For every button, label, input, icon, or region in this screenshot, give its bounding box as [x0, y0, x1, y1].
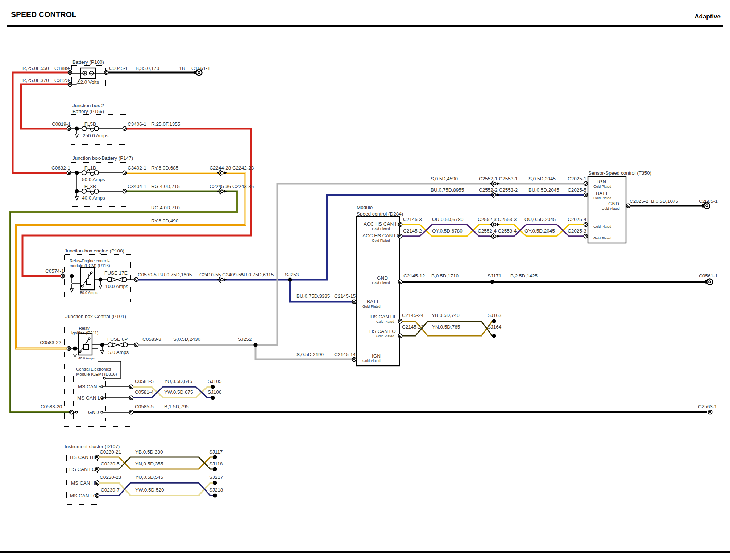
ground-arrow-icon — [101, 346, 104, 354]
splice-label: SJ106 — [208, 389, 221, 395]
connector-c0230-21-icon — [95, 455, 99, 459]
pin-note: Gold Plated — [376, 334, 394, 338]
pin-label: MS CAN HI — [71, 480, 96, 486]
battery-volts-label: 12.0 Volts — [78, 79, 99, 85]
component-title: Central Electronics — [76, 367, 111, 371]
component-p101: Junction box-Central (P101) Relay- Ignit… — [40, 314, 258, 427]
inline-connector-c2245-c2243-icon — [217, 189, 227, 194]
connector-label: C0561-1 — [699, 273, 718, 279]
pin-label: IGN — [372, 353, 381, 359]
page-variant: Adaptive — [694, 13, 721, 20]
connector-c0574-1-icon — [61, 274, 65, 278]
splice-label: SJ218 — [209, 487, 223, 493]
wire-label: R,25.0F,1355 — [151, 121, 180, 127]
splice-label: SJ117 — [209, 449, 223, 455]
connector-c0570-5-icon — [134, 278, 138, 282]
wire-label: B,0.5D,1075 — [651, 198, 678, 204]
connector-label: C0230-23 — [100, 475, 121, 480]
wire-label: OU,0.5D,6780 — [432, 217, 463, 222]
splice-sj118 — [213, 467, 217, 471]
wire-ry-feed-core — [16, 173, 245, 348]
pin-label: ACC HS CAN LO — [362, 233, 401, 238]
connector-label: C1889-1 — [54, 66, 73, 71]
connector-c0583-20-icon — [70, 410, 74, 414]
connector-c0819-1-icon — [67, 127, 71, 131]
inline-connector-c2552-2-icon — [490, 192, 500, 198]
splice-label: SJ252 — [238, 337, 252, 342]
connector-label: C2605-1 — [699, 198, 718, 204]
component-title: Module- — [357, 205, 374, 210]
wire-label: BU,0.75D,8955 — [431, 187, 464, 193]
component-title: Junction box-Central (P101) — [65, 314, 126, 319]
connector-c0585-5-icon — [129, 410, 133, 414]
pin-note: Gold Plated — [362, 359, 381, 363]
wire-label: R,25.0F,370 — [22, 78, 49, 83]
pin-note: Gold Plated — [593, 225, 611, 229]
connector-label: C2245-36 C2243-36 — [210, 184, 254, 189]
component-title: Module (CEM) (D316) — [76, 372, 117, 376]
junction-dot — [70, 274, 74, 278]
connector-c0045-1-icon — [104, 71, 108, 75]
wire-tag: 1B — [179, 66, 185, 71]
wire-label: B,2.5D,1425 — [510, 273, 538, 279]
pin-label: MS CAN LO — [70, 493, 97, 498]
wire-label: RG,4.0D,710 — [151, 205, 180, 210]
wire-label: R,25.0F,550 — [22, 66, 49, 71]
connector-c3123-1-icon — [68, 83, 72, 87]
battery-minus-icon — [90, 71, 94, 75]
wire-ry-feed — [16, 173, 245, 348]
wire-label: BU,0.75D,3385 — [296, 293, 330, 299]
wire-red-c3406-to-c0574 — [22, 129, 251, 276]
splice-sj117 — [213, 455, 217, 459]
splice-sj163 — [492, 319, 496, 323]
splice-sj164 — [492, 334, 496, 338]
wire-label: OY,0.5D,6780 — [432, 228, 463, 234]
connector-c2145-24-icon — [398, 319, 402, 323]
relay-title: Ignition (R211) — [71, 331, 99, 335]
connector-c0632-1-icon — [67, 171, 71, 175]
battery-box — [72, 65, 106, 89]
connector-c0581-4-icon — [129, 396, 133, 400]
pin-label: MS CAN HI — [78, 384, 103, 389]
connector-label: C1661-1 — [191, 66, 210, 71]
component-p147: Junction box-Battery (P147) C0632-1 FL1B… — [51, 155, 254, 223]
battery-plus-icon — [83, 71, 87, 75]
page-title: SPEED CONTROL — [11, 10, 76, 18]
connector-c2145-15-icon — [352, 300, 356, 304]
component-p108: Junction-box engine (P108) Relay-Engine … — [45, 248, 299, 302]
connector-label: C0581-5 — [135, 379, 154, 384]
component-title: Speed control (D284) — [357, 211, 403, 217]
splice-sj253 — [288, 277, 292, 281]
wire-label: BU,0.5D,2045 — [528, 187, 559, 193]
wire-label: S,0.5D,4590 — [431, 176, 458, 181]
fuse-label: FUSE 6P — [107, 337, 128, 342]
connector-label: C2563-1 — [698, 404, 717, 409]
splice-label: SJ217 — [209, 475, 223, 480]
component-p156: Junction box 2- Battery (P156) C0819-1 F… — [52, 103, 180, 144]
fuse-label: FL5B — [84, 121, 96, 127]
wire-label: YW,0.5D,675 — [164, 389, 193, 395]
wire-label: B,35.0,170 — [136, 66, 159, 71]
component-title: Battery (P156) — [72, 109, 104, 114]
splice-sj171 — [490, 280, 494, 284]
fuse-amps-label: 40.0 Amps — [82, 195, 105, 201]
connector-label: C2025-2 — [630, 198, 648, 204]
connector-label: C0583-8 — [142, 337, 161, 342]
pin-note: Gold Plated — [362, 304, 381, 308]
junction-dot — [75, 171, 79, 175]
component-title: Instrument cluster (D107) — [65, 444, 120, 449]
connector-label: C2145-3 — [403, 217, 422, 222]
ring-terminal-c0561-1-icon — [705, 279, 713, 285]
connector-c2025-5-icon — [584, 193, 588, 197]
relay-amps-label: 50.0 Amps — [80, 291, 97, 295]
wire-label: YN,0.5D,765 — [432, 324, 460, 330]
fuse-17e-icon — [107, 277, 127, 282]
inline-connector-c2552-4-icon — [490, 234, 500, 239]
component-title: Junction box-Battery (P147) — [72, 155, 133, 161]
connector-label: C2145-24 — [402, 313, 424, 318]
connector-c2145-23-icon — [398, 334, 402, 338]
connector-label: C0819-1 — [52, 121, 71, 127]
pin-note: Gold Plated — [372, 238, 390, 242]
component-title: Junction box 2- — [72, 103, 106, 108]
relay-title: module (ECM) (R116) — [70, 263, 110, 268]
